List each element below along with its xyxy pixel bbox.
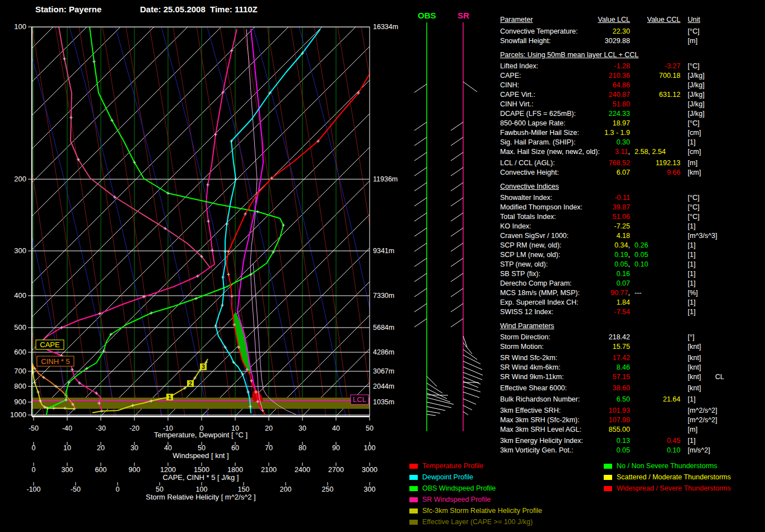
wind-barb [451, 273, 463, 282]
value-part: 57.15 [613, 373, 630, 381]
legend-label: SR Windspeed Profile [422, 496, 491, 503]
value-part: 0.45 [667, 437, 680, 445]
param-label: CINH: [500, 81, 519, 90]
unit-label: [°C] [688, 62, 699, 71]
wind-barb [414, 319, 427, 327]
legend-item: Temperature Profile [409, 460, 542, 472]
legend-swatch [604, 475, 612, 480]
wind-barb [414, 167, 427, 176]
axis-tick-label: 0 [116, 486, 120, 493]
axis-tick-label: 2100 [261, 466, 277, 474]
param-label: SR Wind 9km-11km: [500, 372, 564, 382]
unit-label: [J/kg] [688, 81, 705, 90]
axis-tick-label: 60 [231, 444, 239, 452]
axis-tick-label: 2400 [295, 466, 310, 474]
unit-label: [%] [688, 288, 698, 298]
legend-swatch [604, 486, 612, 491]
wind-barb [451, 258, 463, 267]
value-ccl: 0.10 [633, 446, 680, 455]
param-label: SWISS 12 Index: [500, 307, 553, 317]
value-part: 0.30 [617, 138, 630, 146]
table-row: CINH Virt.:51.80[J/kg] [500, 100, 763, 109]
param-label: Showalter Index: [500, 193, 552, 203]
value-ccl: 700.18 [633, 71, 680, 81]
value-part: 210.36 [609, 72, 630, 80]
value-lcl: 39.87 [556, 203, 630, 212]
pressure-label: 600 [14, 348, 26, 356]
unit-label: [°C] [688, 193, 699, 203]
axis-tick-label: -100 [26, 486, 40, 493]
value-ccl: 0.45 [633, 436, 680, 446]
pressure-label: 1000 [10, 410, 26, 419]
wind-barb [451, 288, 463, 297]
value-part: , [628, 241, 630, 249]
legend-label: Effective Layer (CAPE >= 100 J/kg) [422, 518, 533, 526]
value-lcl: 210.36 [556, 71, 630, 81]
value-ccl: 9.66 [633, 168, 680, 178]
severity-legend: No / Non Severe ThunderstormsScattered /… [604, 460, 731, 494]
wind-barb [414, 213, 427, 221]
unit-label: [J/kg] [688, 100, 705, 109]
axis-tick-label: 150 [238, 486, 250, 493]
altitude-label: 16334m [373, 23, 398, 31]
value-part: , [628, 251, 630, 259]
value-part: 15.75 [613, 343, 630, 351]
value-part: 39.87 [613, 203, 630, 211]
table-row: SWISS 12 Index:-7.54[1] [500, 307, 763, 317]
wind-barb [451, 228, 463, 236]
value-lcl: 855.00 [556, 425, 630, 435]
wind-barb [463, 355, 481, 364]
altitude-label: 9341m [373, 247, 394, 255]
table-row: CAPE:210.36700.18[J/kg] [500, 71, 763, 81]
value-part: 1192.13 [656, 159, 680, 167]
axis-tick-label: -50 [71, 486, 81, 493]
value-part: 21.64 [663, 395, 680, 403]
axis-tick-label: 30 [130, 444, 138, 452]
value-part: 0.26 [635, 241, 648, 249]
axis-title: CAPE, CINH * 5 [ J/kg ] [163, 473, 239, 482]
param-label: SR Wind 4km-6km: [500, 363, 561, 372]
value-lcl: 768.52 [556, 158, 630, 168]
value-part: 1.3 - 1.9 [604, 129, 630, 137]
wind-barb [414, 183, 427, 191]
table-section-header: Wind Parameters [500, 321, 763, 331]
param-label: Total Totals Index: [500, 212, 556, 222]
value-part: 101.93 [609, 407, 630, 414]
value-lcl: -7.25 [556, 222, 630, 231]
value-part: 0.10 [667, 446, 680, 454]
pressure-label: 700 [14, 367, 26, 375]
value-part: 700.18 [659, 72, 680, 80]
altitude-label: 4286m [373, 348, 394, 356]
table-section-header: Parcels: Using 50mB mean layer LCL + CCL [500, 50, 763, 60]
value-part: 8.46 [617, 363, 630, 371]
param-label: Storm Motion: [500, 342, 544, 352]
value-part: 2.54 [652, 148, 665, 156]
unit-label: [1] [688, 307, 696, 317]
legend-swatch [409, 497, 418, 502]
unit-label: [1] [688, 269, 696, 279]
value-lcl: 0.16 [556, 269, 630, 279]
legend-item: Dewpoint Profile [409, 472, 542, 483]
unit-label: [knt] [688, 342, 701, 352]
value-ccl: 21.64 [633, 395, 680, 404]
sounding-app-window: Station: Payerne Date: 25.05.2008 Time: … [0, 0, 765, 532]
wind-column-label-obs: OBS [418, 11, 436, 20]
lcl-label-text: LCL [353, 395, 366, 404]
cinh-label-text: CINH * 5 [41, 357, 69, 366]
svg-text:2: 2 [189, 381, 192, 387]
column-header: Unit [688, 15, 700, 25]
axis-tick-label: 50 [156, 486, 164, 493]
value-part: 22.30 [613, 27, 630, 35]
wind-barb [427, 407, 445, 410]
altitude-label: 3067m [373, 367, 394, 375]
svg-text:3: 3 [202, 364, 205, 370]
param-label: KO Index: [500, 222, 531, 231]
value-ccl: 631.12 [633, 90, 680, 100]
adiabat-line [291, 27, 349, 416]
unit-label: [m] [688, 36, 697, 46]
adiabat-line [408, 27, 467, 416]
pressure-label: 100 [14, 22, 26, 31]
unit-label: [1] [688, 395, 696, 404]
table-row: SR Wind 4km-6km:8.46[knt] [500, 363, 763, 372]
isotherm-line [168, 27, 493, 416]
